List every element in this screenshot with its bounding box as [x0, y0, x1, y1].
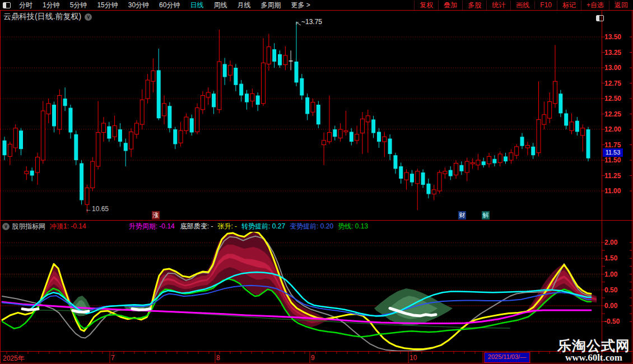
indicator-axis-label: 1.00 — [604, 270, 630, 278]
indicator-axis-label: -0.50 — [604, 318, 630, 325]
date-label: 7 — [111, 354, 115, 362]
panel-icon[interactable] — [596, 15, 604, 21]
indicator-field: 张升: - — [217, 222, 237, 231]
price-axis-label: 11.00 — [604, 187, 630, 195]
price-axis-label: 12.25 — [604, 110, 630, 118]
price-axis-label: 11.50 — [604, 156, 630, 164]
indicator-field: 变势提前: 0.20 — [290, 222, 333, 231]
price-axis-label: 13.25 — [604, 49, 630, 57]
indicator-field: 冲顶1: -0.14 — [50, 222, 86, 231]
indicator-header: ∨ 股朋指标网 冲顶1: -0.14升势周期: -0.14底部质变: -张升: … — [0, 222, 602, 231]
cai-badge: 财 — [458, 211, 466, 220]
stock-title-text: 云鼎科技(日线.前复权) — [3, 12, 81, 22]
watermark-cn: 乐淘公式网 — [557, 338, 630, 353]
indicator-field: 升势周期: -0.14 — [129, 222, 175, 231]
rise-badge: 涨 — [152, 211, 160, 220]
jie-badge: 解 — [482, 211, 490, 220]
watermark: 乐淘公式网 www.60lt.com — [557, 338, 630, 363]
price-axis-label: 12.75 — [604, 80, 630, 87]
date-label: 10 — [409, 354, 417, 362]
indicator-axis-label: 1.50 — [604, 254, 630, 262]
price-axis-label: 11.75 — [604, 141, 630, 149]
date-label: 9 — [311, 354, 315, 362]
high-annotation: ~13.75 — [301, 18, 322, 26]
price-axis-label: 13.50 — [604, 33, 630, 41]
price-axis-label: 12.00 — [604, 125, 630, 133]
indicator-axis-label: 0.00 — [604, 302, 630, 310]
price-axis-label: 13.00 — [604, 64, 630, 72]
current-price-box: 11.53 — [603, 148, 623, 157]
price-axis-label: 11.25 — [604, 172, 630, 180]
indicator-field: 势线: 0.13 — [338, 222, 368, 231]
indicator-source[interactable]: 股朋指标网 — [12, 222, 45, 231]
low-annotation: ←10.65 — [85, 205, 109, 213]
indicator-axis-label: 2.00 — [604, 239, 630, 246]
indicator-field: 底部质变: - — [180, 222, 213, 231]
price-axis-label: 12.50 — [604, 95, 630, 102]
current-date-box: 2025/11/03/— — [484, 352, 530, 363]
date-label: 2025年 — [3, 354, 25, 363]
indicator-field: 转势提前: 0.27 — [241, 222, 285, 231]
collapse-icon[interactable]: ∨ — [2, 223, 10, 230]
chevron-down-icon[interactable]: ∨ — [85, 13, 92, 21]
chart-canvas[interactable] — [0, 0, 633, 364]
indicator-values: 冲顶1: -0.14升势周期: -0.14底部质变: -张升: -转势提前: 0… — [45, 222, 368, 231]
indicator-axis-label: 0.50 — [604, 286, 630, 294]
watermark-url: www.60lt.com — [557, 353, 630, 363]
stock-title: 云鼎科技(日线.前复权) ∨ — [3, 12, 92, 21]
date-label: 8 — [216, 354, 220, 362]
